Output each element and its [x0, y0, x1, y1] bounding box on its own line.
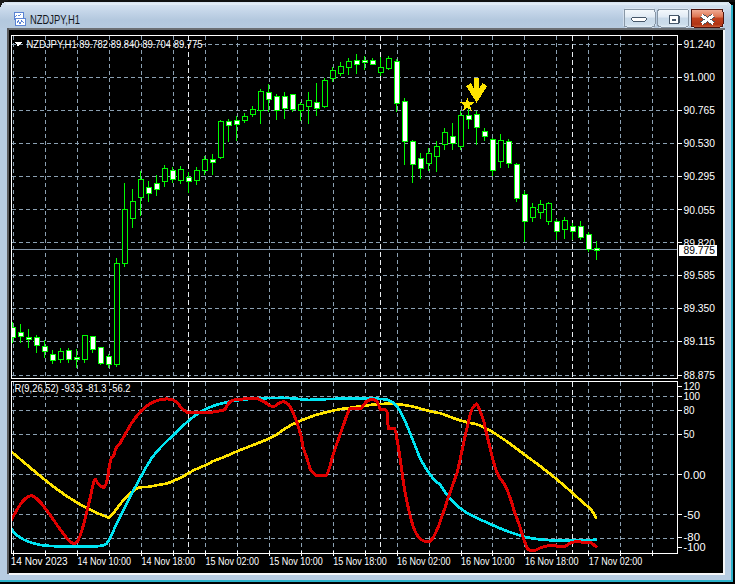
svg-text:89.115: 89.115	[684, 335, 716, 347]
svg-text:91.240: 91.240	[684, 38, 716, 50]
svg-text:-50: -50	[684, 509, 701, 521]
svg-text:16 Nov 10:00: 16 Nov 10:00	[461, 555, 515, 567]
svg-text:89.585: 89.585	[684, 269, 716, 281]
svg-text:-100: -100	[684, 541, 706, 553]
svg-text:16 Nov 18:00: 16 Nov 18:00	[525, 555, 579, 567]
svg-text:17 Nov 02:00: 17 Nov 02:00	[589, 555, 643, 567]
svg-text:90.530: 90.530	[684, 137, 716, 149]
svg-text:50: 50	[684, 428, 695, 440]
svg-text:100: 100	[684, 390, 701, 402]
svg-text:90.295: 90.295	[684, 170, 716, 182]
svg-text:89.775: 89.775	[684, 244, 716, 256]
svg-text:0.00: 0.00	[684, 469, 706, 481]
svg-text:NZDJPY,H1 89.782 89.840 89.704: NZDJPY,H1 89.782 89.840 89.704 89.775	[27, 38, 203, 50]
svg-text:NZDJPY,H1: NZDJPY,H1	[30, 13, 80, 27]
svg-text:80: 80	[684, 404, 695, 416]
svg-text:15 Nov 18:00: 15 Nov 18:00	[333, 555, 387, 567]
svg-text:15 Nov 02:00: 15 Nov 02:00	[205, 555, 259, 567]
svg-text:15 Nov 10:00: 15 Nov 10:00	[269, 555, 323, 567]
svg-text:89.350: 89.350	[684, 302, 716, 314]
svg-text:90.765: 90.765	[684, 104, 716, 116]
svg-text:16 Nov 02:00: 16 Nov 02:00	[397, 555, 451, 567]
svg-text:R(9,26,52) -93.3 -81.3 -56.2: R(9,26,52) -93.3 -81.3 -56.2	[15, 382, 131, 394]
svg-text:14 Nov 10:00: 14 Nov 10:00	[78, 555, 132, 567]
svg-text:88.875: 88.875	[684, 369, 716, 381]
svg-text:90.055: 90.055	[684, 204, 716, 216]
svg-text:14 Nov 2023: 14 Nov 2023	[11, 555, 68, 567]
svg-text:91.000: 91.000	[684, 71, 716, 83]
svg-text:14 Nov 18:00: 14 Nov 18:00	[142, 555, 196, 567]
